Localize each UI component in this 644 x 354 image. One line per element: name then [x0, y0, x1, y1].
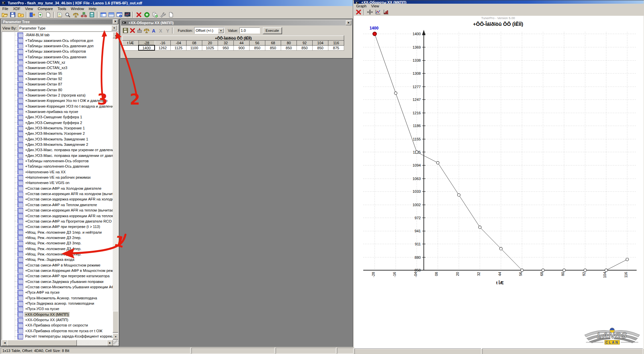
table-cell[interactable]: 1400 [139, 45, 155, 50]
scroll-right-icon[interactable]: ▶ [107, 340, 113, 346]
tree-item[interactable]: +Состав смеси-АФР при перегреве катализа… [2, 273, 113, 279]
menu-item-compare[interactable]: Compare [35, 6, 55, 11]
table-cell[interactable]: 1125 [171, 45, 186, 50]
save-bin-button[interactable] [9, 11, 17, 18]
export-data-button[interactable] [36, 11, 44, 18]
scroll-left-icon[interactable]: ◀ [2, 340, 8, 346]
binary-view-button[interactable]: 10011 [56, 11, 64, 18]
tree-item[interactable]: +Зажигание-Коррекция Уоз по t ОЖ и давле… [2, 98, 113, 103]
tree-item[interactable]: +Вост. Пленки-Коррекция от Т [2, 339, 113, 340]
compare-button[interactable] [72, 11, 80, 18]
tree-item[interactable]: +Состав смеси-АФР на Холодном двигателе [2, 186, 113, 191]
tree-item[interactable]: +Зажигание-Октан 80 [2, 87, 113, 92]
data-point[interactable] [563, 269, 566, 272]
tree-item[interactable]: +Состав смеси-АФР в Мощностном режиме [2, 262, 113, 268]
tree-item[interactable]: +Состав смеси-Множитель убывания коррекц… [2, 284, 113, 290]
tree-item[interactable]: +Таблицы зажигания-Ось давления [2, 54, 113, 59]
tree-item[interactable]: +Дин.УОЗ-Смещение буффера 1 [2, 114, 113, 120]
graph-menu-item-view[interactable]: View [369, 4, 382, 8]
scroll-up-icon[interactable]: ▲ [113, 32, 118, 38]
pan-button[interactable] [366, 9, 374, 15]
chevron-down-icon[interactable]: ▼ [111, 25, 117, 31]
tree-item[interactable]: +Пуск-Задержка асинхр. топливоподачи [2, 301, 113, 306]
tree-item[interactable]: +Состав смеси-коррекция AFR на теплом (в… [2, 208, 113, 213]
menu-item-file[interactable]: File [0, 6, 11, 11]
graph-canvas[interactable]: TunerPro - Version 5.00+ÕÕ-Îáîðîòû ÕÕ (Ì… [354, 16, 643, 349]
tree-item[interactable]: +ХХ-Прибавка оборотов от скорости [2, 322, 113, 328]
tree-item[interactable]: +Мощ. Реж.-положение ДЗ 3пер. [2, 240, 113, 246]
tree-item[interactable]: +Мощ. Реж.-положение ДЗ 1пер. и нейтрали [2, 229, 113, 235]
new-file-button[interactable] [44, 11, 52, 18]
tree-vertical-scrollbar[interactable]: ▲ ▼ [113, 32, 118, 340]
tree-item[interactable]: +Зажигание-Коррекция УОЗ по t воздуха и … [2, 103, 113, 109]
table-col-header[interactable]: 08 [186, 41, 202, 46]
tree-item[interactable]: +Зажигание-OCTAN_xz [2, 60, 113, 65]
autoscale-button[interactable]: A [150, 27, 157, 34]
data-point[interactable] [605, 269, 607, 272]
tree-item[interactable]: +Мощ. Реж.-положение ДЗ 5пер. [2, 251, 113, 257]
tree-item[interactable]: +Пуск-Множитель Асинхр. топливоподача [2, 295, 113, 301]
table-window-close-button[interactable]: ✕ [346, 20, 351, 25]
tree-item[interactable]: +ХХ-Прибавка оборотов после пуска от t О… [2, 328, 113, 334]
data-point[interactable] [499, 247, 502, 250]
execute-button[interactable]: Execute [263, 27, 282, 34]
menu-item-tools[interactable]: Tools [55, 6, 69, 11]
data-point-selected[interactable] [373, 32, 377, 36]
tree-item[interactable]: +Состав смеси-задержка коррекции AFR на … [2, 213, 113, 218]
value-input[interactable]: 1.0 [239, 27, 260, 34]
tree-item[interactable]: +Таблицы зажигания-Ось давления доп [2, 43, 113, 49]
table-col-header[interactable]: 80 [281, 41, 297, 46]
table-col-header[interactable]: -16 [155, 41, 171, 46]
function-dropdown[interactable]: Offset (+/-) ▼ [194, 27, 224, 34]
delete-item-button[interactable] [135, 11, 143, 18]
table-cell[interactable]: 850 [250, 45, 265, 50]
tree-item[interactable]: +Таблицы зажигания-Ось оборотов [2, 49, 113, 54]
tree-item[interactable]: Расчёт температуры заряда-Коэффициент ко… [2, 334, 113, 339]
open-bin-button[interactable] [1, 11, 9, 18]
close-graph-button[interactable] [355, 9, 363, 15]
table-cell[interactable]: 850 [297, 45, 313, 50]
table-col-header[interactable]: 56 [250, 41, 265, 46]
tree-item[interactable]: +ХХ-Обороты ХХ (АКПП) [2, 317, 113, 322]
graph-menu-item-graph[interactable]: Graph [354, 4, 369, 8]
duplicate-item-button[interactable] [151, 11, 159, 18]
tree-vscroll-thumb[interactable] [113, 311, 118, 333]
scroll-down-icon[interactable]: ▼ [113, 334, 118, 340]
chart-type2-button[interactable] [382, 9, 390, 15]
tree-item[interactable]: +Таблицы наполнения-Ось оборотов [2, 158, 113, 164]
tree-item[interactable]: +Наполнение-VE VGIS on [2, 180, 113, 185]
layout-split-button[interactable] [107, 11, 115, 18]
tree-item[interactable]: +Состав смеси-задержка коррекции AFR на … [2, 196, 113, 202]
table-col-header[interactable]: -28 [139, 41, 155, 46]
parameter-tree-button[interactable] [80, 11, 88, 18]
table-col-header[interactable]: 32 [218, 41, 234, 46]
tree-item[interactable]: +Состав смеси-Задержка убывания поправки [2, 279, 113, 284]
tree-item[interactable]: +Состав смеси-АФР при перегреве (t > 113… [2, 224, 113, 229]
window-info-button[interactable]: i [115, 11, 123, 18]
tree-item[interactable]: +Таблицы наполнения-Ось давления [2, 164, 113, 169]
tree-item-selected[interactable]: +ХХ-Обороты ХХ (МКПП) [2, 312, 113, 317]
datalog-monitor-button[interactable] [123, 11, 131, 18]
parameter-tree-close-button[interactable]: ✕ [113, 19, 118, 24]
tree-item[interactable]: +Мощ. Реж.-положение ДЗ 4пер. [2, 246, 113, 251]
tree-item[interactable]: +Наполнение-VE на рабочих режимах [2, 175, 113, 180]
new-doc-button[interactable] [167, 11, 175, 18]
data-point[interactable] [394, 92, 397, 95]
table-window-titlebar[interactable]: +ХХ-Обороты ХХ (МКПП) ✕ [121, 20, 352, 25]
table-col-header[interactable]: 68 [265, 41, 281, 46]
tree-item[interactable]: +Дин.УОЗ-Множитель Замедление 1 [2, 136, 113, 142]
table-col-header[interactable]: 116 [328, 41, 344, 46]
y-axis-button[interactable]: Y [164, 27, 171, 34]
menu-item-xdf[interactable]: XDF [11, 6, 23, 11]
table-col-header[interactable]: 44 [234, 41, 250, 46]
tree-item[interactable]: +Состав смеси-АФР на Прогретом двигателе… [2, 219, 113, 224]
tree-item[interactable]: +Дин.УОЗ-Макс. поправка при замедлении о… [2, 153, 113, 158]
tree-item[interactable]: +Наполнение-VE на ХХ [2, 169, 113, 175]
data-point[interactable] [458, 193, 460, 196]
tree-item[interactable]: +Мощ. Реж.-положение ДЗ 2пер. [2, 235, 113, 240]
table-col-header[interactable]: 104 [313, 41, 328, 46]
compare-table-button[interactable] [143, 27, 150, 34]
tree-item[interactable]: +Дин.УОЗ-Множитель Замедление 2 [2, 142, 113, 147]
table-cell[interactable]: 875 [328, 45, 344, 50]
tree-item[interactable]: +Состав смеси-АФР на Теплом двигателе [2, 202, 113, 208]
